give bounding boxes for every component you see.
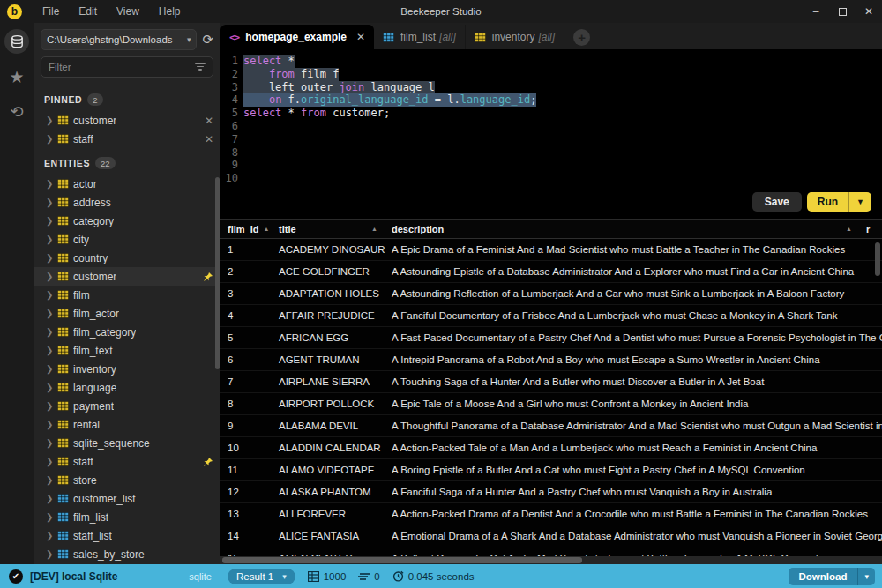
run-options-button[interactable]: ▼ bbox=[848, 192, 871, 212]
cell-description[interactable]: A Fast-Paced Documentary of a Pastry Che… bbox=[385, 332, 882, 343]
cell-film-id[interactable]: 7 bbox=[220, 376, 272, 387]
sidebar-item-inventory[interactable]: ❯inventory bbox=[34, 360, 220, 378]
cell-title[interactable]: AGENT TRUMAN bbox=[272, 354, 385, 365]
cell-description[interactable]: A Thoughtful Panorama of a Database Admi… bbox=[385, 421, 882, 431]
table-row[interactable]: 10ALADDIN CALENDARA Action-Packed Tale o… bbox=[220, 437, 882, 459]
cell-description[interactable]: A Action-Packed Tale of a Man And a Lumb… bbox=[385, 443, 882, 453]
close-icon[interactable]: ✕ bbox=[356, 31, 365, 43]
chevron-right-icon[interactable]: ❯ bbox=[46, 531, 53, 540]
table-row[interactable]: 9ALABAMA DEVILA Thoughtful Panorama of a… bbox=[220, 415, 882, 437]
table-row[interactable]: 8AIRPORT POLLOCKA Epic Tale of a Moose A… bbox=[220, 393, 882, 415]
maximize-button[interactable] bbox=[829, 1, 856, 22]
sidebar-item-customer_list[interactable]: ❯customer_list bbox=[34, 489, 220, 508]
sidebar-item-staff[interactable]: ❯staff✕ bbox=[34, 130, 220, 148]
cell-description[interactable]: A Epic Drama of a Feminist And a Mad Sci… bbox=[385, 244, 882, 255]
table-row[interactable]: 1ACADEMY DINOSAURA Epic Drama of a Femin… bbox=[220, 239, 882, 261]
cell-film-id[interactable]: 12 bbox=[220, 487, 272, 497]
chevron-right-icon[interactable]: ❯ bbox=[46, 401, 53, 411]
editor-line[interactable]: 3 left outer join language l bbox=[220, 81, 882, 94]
column-header-film-id[interactable]: film_id▲ bbox=[220, 220, 272, 238]
table-row[interactable]: 4AFFAIR PREJUDICEA Fanciful Documentary … bbox=[220, 305, 882, 327]
chevron-right-icon[interactable]: ❯ bbox=[46, 253, 53, 263]
chevron-right-icon[interactable]: ❯ bbox=[46, 272, 53, 281]
cell-title[interactable]: AFRICAN EGG bbox=[272, 332, 385, 343]
cell-film-id[interactable]: 6 bbox=[220, 354, 272, 365]
table-row[interactable]: 6AGENT TRUMANA Intrepid Panorama of a Ro… bbox=[220, 349, 882, 371]
sidebar-item-customer[interactable]: ❯customer bbox=[34, 267, 220, 286]
sidebar-item-film_list[interactable]: ❯film_list bbox=[34, 508, 220, 526]
cell-description[interactable]: A Intrepid Panorama of a Robot And a Boy… bbox=[385, 354, 882, 365]
cell-title[interactable]: ACADEMY DINOSAUR bbox=[272, 244, 385, 255]
table-row[interactable]: 3ADAPTATION HOLESA Astounding Reflection… bbox=[220, 283, 882, 305]
tab-homepage_example[interactable]: <>homepage_example✕ bbox=[220, 25, 374, 49]
chevron-right-icon[interactable]: ❯ bbox=[46, 179, 53, 189]
database-panel-icon[interactable] bbox=[4, 29, 29, 54]
table-row[interactable]: 12ALASKA PHANTOMA Fanciful Saga of a Hun… bbox=[220, 481, 882, 503]
sort-icon[interactable]: ▲ bbox=[846, 226, 852, 232]
sidebar-item-city[interactable]: ❯city bbox=[34, 230, 220, 249]
sort-icon[interactable]: ▲ bbox=[263, 226, 269, 232]
editor-line[interactable]: 4 on f.original_language_id = l.language… bbox=[220, 93, 882, 107]
chevron-right-icon[interactable]: ❯ bbox=[46, 309, 53, 318]
filter-icon[interactable] bbox=[195, 63, 206, 71]
pin-icon[interactable] bbox=[203, 272, 213, 282]
cell-description[interactable]: A Touching Saga of a Hunter And a Butler… bbox=[385, 376, 882, 387]
chevron-right-icon[interactable]: ❯ bbox=[46, 290, 53, 300]
sidebar-item-actor[interactable]: ❯actor bbox=[34, 175, 220, 193]
sidebar-item-staff_list[interactable]: ❯staff_list bbox=[34, 526, 220, 545]
cell-description[interactable]: A Boring Epistle of a Butler And a Cat w… bbox=[385, 465, 882, 475]
sidebar-item-staff[interactable]: ❯staff bbox=[34, 452, 220, 471]
chevron-right-icon[interactable]: ❯ bbox=[46, 234, 53, 244]
result-selector[interactable]: Result 1 ▾ bbox=[228, 569, 295, 584]
cell-description[interactable]: A Emotional Drama of a A Shark And a Dat… bbox=[385, 531, 882, 541]
chevron-right-icon[interactable]: ❯ bbox=[46, 327, 53, 337]
sidebar-item-country[interactable]: ❯country bbox=[34, 249, 220, 267]
close-icon[interactable]: ✕ bbox=[205, 115, 213, 127]
cell-title[interactable]: ALICE FANTASIA bbox=[272, 531, 385, 541]
sql-editor[interactable]: 1select *2 from film f3 left outer join … bbox=[220, 49, 882, 192]
cell-film-id[interactable]: 8 bbox=[220, 398, 272, 409]
sidebar-item-film_text[interactable]: ❯film_text bbox=[34, 341, 220, 360]
sidebar-scrollbar[interactable] bbox=[215, 177, 220, 369]
sort-icon[interactable]: ▲ bbox=[371, 226, 377, 232]
cell-description[interactable]: A Fanciful Saga of a Hunter And a Pastry… bbox=[385, 487, 882, 497]
close-button[interactable]: ✕ bbox=[856, 1, 882, 22]
sidebar-item-category[interactable]: ❯category bbox=[34, 212, 220, 230]
chevron-right-icon[interactable]: ❯ bbox=[46, 494, 53, 503]
cell-film-id[interactable]: 1 bbox=[220, 244, 272, 255]
chevron-right-icon[interactable]: ❯ bbox=[46, 115, 53, 125]
table-row[interactable]: 2ACE GOLDFINGERA Astounding Epistle of a… bbox=[220, 261, 882, 283]
editor-line[interactable]: 1select * bbox=[220, 55, 882, 68]
cell-film-id[interactable]: 5 bbox=[220, 332, 272, 343]
cell-film-id[interactable]: 14 bbox=[220, 531, 272, 541]
chevron-right-icon[interactable]: ❯ bbox=[46, 457, 53, 466]
cell-title[interactable]: ACE GOLDFINGER bbox=[272, 266, 385, 277]
cell-title[interactable]: ADAPTATION HOLES bbox=[272, 288, 385, 299]
download-button[interactable]: Download bbox=[789, 568, 858, 585]
chevron-right-icon[interactable]: ❯ bbox=[46, 383, 53, 392]
refresh-icon[interactable]: ⟳ bbox=[202, 32, 213, 48]
menu-view[interactable]: View bbox=[108, 4, 147, 19]
editor-line[interactable]: 7 bbox=[220, 133, 882, 146]
chevron-right-icon[interactable]: ❯ bbox=[46, 197, 53, 207]
entity-filter-input[interactable]: Filter bbox=[41, 56, 213, 78]
cell-film-id[interactable]: 10 bbox=[220, 443, 272, 453]
cell-title[interactable]: ALASKA PHANTOM bbox=[272, 487, 385, 497]
cell-description[interactable]: A Action-Packed Drama of a Dentist And a… bbox=[385, 509, 882, 519]
editor-line[interactable]: 9 bbox=[220, 159, 882, 172]
chevron-right-icon[interactable]: ❯ bbox=[46, 475, 53, 485]
history-panel-icon[interactable]: ⟲ bbox=[4, 100, 29, 124]
cell-title[interactable]: AIRPORT POLLOCK bbox=[272, 398, 385, 409]
sidebar-item-store[interactable]: ❯store bbox=[34, 471, 220, 489]
menu-file[interactable]: File bbox=[34, 4, 67, 19]
editor-line[interactable]: 2 from film f bbox=[220, 68, 882, 81]
download-options-button[interactable]: ▾ bbox=[857, 568, 875, 585]
sidebar-item-customer[interactable]: ❯customer✕ bbox=[34, 111, 220, 130]
results-vertical-scrollbar[interactable] bbox=[875, 242, 880, 276]
results-horizontal-scrollbar[interactable] bbox=[220, 556, 882, 564]
menu-help[interactable]: Help bbox=[151, 4, 189, 19]
database-selector[interactable]: C:\Users\ghstng\Downloads ▾ bbox=[41, 29, 197, 50]
sidebar-item-rental[interactable]: ❯rental bbox=[34, 415, 220, 434]
cell-film-id[interactable]: 11 bbox=[220, 465, 272, 475]
cell-description[interactable]: A Fanciful Documentary of a Frisbee And … bbox=[385, 310, 882, 321]
